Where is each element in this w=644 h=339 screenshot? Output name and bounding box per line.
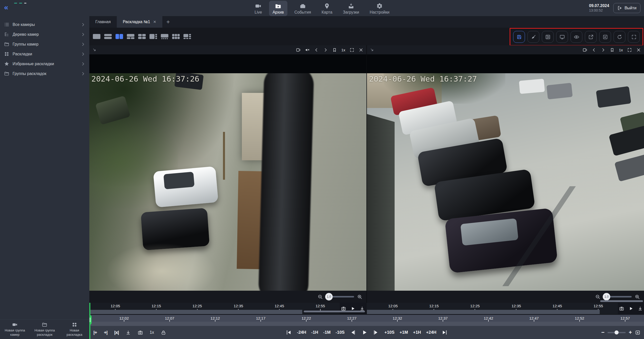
layout-mixed-button[interactable]: [183, 33, 192, 40]
resize-handle-icon[interactable]: [92, 48, 97, 52]
jump-fwd-24h-button[interactable]: +24H: [426, 330, 436, 335]
recording-band[interactable]: [367, 310, 600, 314]
logout-button[interactable]: Выйти: [613, 3, 640, 13]
close-tile-icon[interactable]: [359, 48, 363, 52]
download-icon[interactable]: [360, 306, 365, 311]
sidebar-item-layout-groups[interactable]: Группы раскладок: [0, 69, 89, 79]
jump-back-24h-button[interactable]: -24H: [297, 330, 306, 335]
play-icon[interactable]: [628, 306, 633, 311]
sidebar-item-favorite-layouts[interactable]: Избранные раскладки: [0, 59, 89, 69]
sidebar-item-camera-groups[interactable]: Группы камер: [0, 39, 89, 49]
zoom-slider[interactable]: 1.0: [326, 296, 354, 297]
layout-1plus4-button[interactable]: [160, 33, 169, 40]
insert-after-button[interactable]: +|: [104, 330, 107, 335]
overview-recording-band[interactable]: [89, 322, 644, 326]
timeline-zoom-in-button[interactable]: +: [629, 330, 632, 335]
step-forward-icon[interactable]: [373, 329, 379, 336]
camera-2-video[interactable]: 2024-06-26 Wed 16:37:27: [367, 54, 644, 291]
add-tab-button[interactable]: +: [162, 16, 174, 28]
layout-1-button[interactable]: [92, 33, 101, 40]
resize-handle-icon[interactable]: [370, 48, 374, 52]
snapshot-icon[interactable]: [341, 306, 346, 311]
watch-mode-button[interactable]: [571, 31, 582, 43]
zoom-slider-handle[interactable]: 1.0: [325, 293, 333, 300]
camera-1-video[interactable]: 2024-06-26 Wed 16:37:26: [89, 54, 366, 291]
collapse-sidebar-button[interactable]: «: [4, 4, 8, 11]
playhead[interactable]: [89, 303, 90, 339]
zoom-in-icon[interactable]: [635, 294, 640, 299]
zoom-out-icon[interactable]: [595, 294, 600, 299]
download-icon[interactable]: [126, 330, 131, 335]
play-icon[interactable]: [361, 329, 368, 336]
reset-layout-button[interactable]: [614, 31, 625, 43]
new-camera-group-button[interactable]: Новая группакамер: [0, 320, 30, 339]
timeline-zoom-slider[interactable]: [608, 332, 626, 333]
jump-back-1h-button[interactable]: -1H: [311, 330, 318, 335]
prev-record-icon[interactable]: [314, 48, 319, 52]
overview-timeline[interactable]: 12:02 12:07 12:12 12:17 12:22 12:27 12:3…: [89, 314, 644, 326]
tile-fullscreen-icon[interactable]: [627, 48, 632, 52]
snapshot-icon[interactable]: [138, 330, 143, 335]
slider-handle[interactable]: [615, 330, 619, 334]
new-layout-button[interactable]: Новаяраскладка: [60, 320, 89, 339]
layout-1plus3-button[interactable]: [149, 33, 158, 40]
skip-to-start-icon[interactable]: [285, 329, 292, 336]
jump-back-1m-button[interactable]: -1M: [323, 330, 330, 335]
layout-1plus2-button[interactable]: [126, 33, 135, 40]
layout-2cols-button[interactable]: [115, 33, 124, 40]
prev-record-icon[interactable]: [592, 48, 596, 52]
display-button[interactable]: [556, 31, 568, 43]
open-external-button[interactable]: [585, 31, 597, 43]
zoom-slider-handle[interactable]: 1.0: [603, 293, 610, 300]
jump-fwd-10s-button[interactable]: +10S: [384, 330, 394, 335]
tab-layout-1[interactable]: Раскладка №1 ✕: [117, 16, 162, 28]
timeline-zoom-out-button[interactable]: −: [601, 330, 604, 335]
layout-2rows-button[interactable]: [104, 33, 112, 40]
download-icon[interactable]: [638, 306, 643, 311]
tab-close-icon[interactable]: ✕: [153, 20, 156, 24]
jump-fwd-1m-button[interactable]: +1M: [400, 330, 408, 335]
camera-speed[interactable]: 1x: [619, 48, 623, 52]
nav-map[interactable]: Карта: [318, 1, 336, 16]
zoom-out-icon[interactable]: [318, 294, 323, 299]
pip-icon[interactable]: [296, 48, 301, 52]
report-panel-button[interactable]: [542, 31, 554, 43]
sidebar-item-camera-tree[interactable]: Дерево камер: [0, 29, 89, 39]
timeline-scrollbar[interactable]: [304, 311, 365, 312]
skip-to-end-icon[interactable]: [441, 329, 448, 336]
layout-3x2-button[interactable]: [172, 33, 180, 40]
tab-home[interactable]: Главная: [89, 16, 117, 28]
snapshot-icon[interactable]: [619, 306, 624, 311]
lock-icon[interactable]: [161, 330, 166, 335]
sidebar-item-all-cameras[interactable]: Все камеры: [0, 20, 89, 29]
next-record-icon[interactable]: [323, 48, 328, 52]
nav-events[interactable]: События: [291, 1, 315, 16]
nav-archive[interactable]: Архив: [269, 1, 287, 16]
zoom-in-icon[interactable]: [357, 294, 362, 299]
timeline-scrollbar[interactable]: [600, 300, 643, 302]
jump-back-10s-button[interactable]: -10S: [336, 330, 345, 335]
layout-2x2-button[interactable]: [138, 33, 146, 40]
clear-layout-button[interactable]: [527, 31, 539, 43]
camera-2-timeline[interactable]: 12:05 12:15 12:25 12:35 12:45 12:55: [367, 303, 644, 314]
playback-speed[interactable]: 1x: [150, 330, 154, 335]
bookmark-icon[interactable]: [332, 48, 337, 52]
mute-icon[interactable]: [305, 48, 310, 52]
bookmark-icon[interactable]: [610, 48, 615, 52]
nav-live[interactable]: Live: [251, 1, 266, 16]
recording-band[interactable]: [89, 310, 302, 314]
insert-before-button[interactable]: |+: [93, 330, 97, 335]
jump-fwd-1h-button[interactable]: +1H: [413, 330, 421, 335]
play-icon[interactable]: [350, 306, 355, 311]
close-tile-icon[interactable]: [636, 48, 641, 52]
pip-icon[interactable]: [583, 48, 587, 52]
step-back-icon[interactable]: [350, 329, 356, 336]
collapse-window-button[interactable]: [599, 31, 611, 43]
timeline-fit-icon[interactable]: [635, 330, 640, 335]
camera-1-timeline[interactable]: 12:05 12:15 12:25 12:35 12:45 12:55: [89, 303, 366, 314]
tile-fullscreen-icon[interactable]: [350, 48, 354, 52]
next-record-icon[interactable]: [601, 48, 605, 52]
nav-downloads[interactable]: Загрузки: [339, 1, 363, 16]
fullscreen-button[interactable]: [628, 31, 640, 43]
nav-settings[interactable]: Настройки: [366, 1, 393, 16]
